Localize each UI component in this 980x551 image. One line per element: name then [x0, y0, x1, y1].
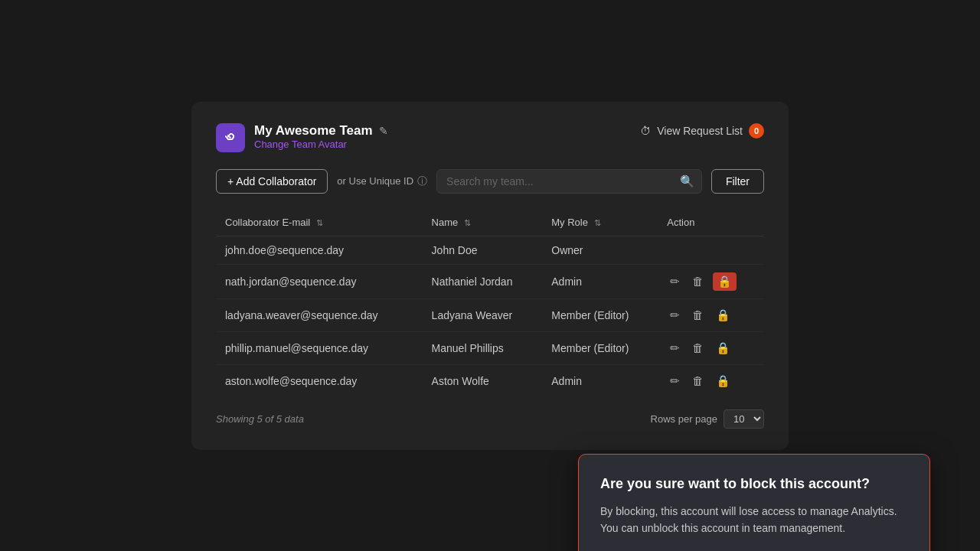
table-row: ladyana.weaver@sequence.dayLadyana Weave…	[216, 298, 764, 331]
table-row: nath.jordan@sequence.dayNathaniel Jordan…	[216, 264, 764, 298]
or-unique-text: or Use Unique ID	[337, 175, 413, 187]
team-name: My Awesome Team	[254, 123, 373, 139]
header-row: ꩜ My Awesome Team ✎ Change Team Avatar ⏱…	[216, 123, 764, 152]
cell-email: aston.wolfe@sequence.day	[216, 364, 423, 397]
team-name-block: My Awesome Team ✎ Change Team Avatar	[254, 123, 388, 150]
action-icons: ✏🗑🔒	[667, 307, 755, 324]
action-icons: ✏🗑🔒	[667, 373, 755, 390]
delete-button[interactable]: 🗑	[689, 373, 707, 389]
cell-name: Manuel Phillips	[423, 331, 543, 364]
cell-action: ✏🗑🔒	[658, 298, 764, 331]
edit-button[interactable]: ✏	[667, 307, 683, 324]
col-action-label: Action	[667, 217, 694, 228]
edit-button[interactable]: ✏	[667, 273, 683, 290]
col-role: My Role ⇅	[542, 209, 658, 236]
filter-button[interactable]: Filter	[711, 169, 764, 194]
collaborators-table: Collaborator E-mail ⇅ Name ⇅ My Role ⇅ A…	[216, 209, 764, 397]
cell-name: Ladyana Weaver	[423, 298, 543, 331]
info-icon: ⓘ	[417, 174, 427, 188]
modal-body: By blocking, this account will lose acce…	[600, 503, 908, 537]
delete-button[interactable]: 🗑	[689, 273, 707, 289]
cell-email: ladyana.weaver@sequence.day	[216, 298, 423, 331]
delete-button[interactable]: 🗑	[689, 340, 707, 356]
showing-text: Showing 5 of 5 data	[216, 413, 304, 425]
action-icons: ✏🗑🔒	[667, 340, 755, 357]
col-email-label: Collaborator E-mail	[225, 217, 310, 228]
search-button[interactable]: 🔍	[680, 174, 694, 188]
cell-email: nath.jordan@sequence.day	[216, 264, 423, 298]
lock-button[interactable]: 🔒	[713, 272, 737, 291]
edit-button[interactable]: ✏	[667, 340, 683, 357]
lock-button[interactable]: 🔒	[713, 307, 733, 324]
cell-action: ✏🗑🔒	[658, 264, 764, 298]
cell-action: ✏🗑🔒	[658, 364, 764, 397]
request-count-badge: 0	[749, 123, 764, 139]
lock-button[interactable]: 🔒	[713, 373, 733, 390]
action-icons: ✏🗑🔒	[667, 272, 755, 291]
avatar-icon: ꩜	[224, 129, 237, 145]
toolbar-row: + Add Collaborator or Use Unique ID ⓘ 🔍 …	[216, 169, 764, 194]
view-request-button[interactable]: ⏱ View Request List 0	[640, 123, 764, 139]
or-unique-id-label: or Use Unique ID ⓘ	[337, 174, 427, 188]
delete-button[interactable]: 🗑	[689, 307, 707, 323]
sort-role-icon[interactable]: ⇅	[594, 218, 601, 227]
team-info: ꩜ My Awesome Team ✎ Change Team Avatar	[216, 123, 388, 152]
table-body: john.doe@sequence.dayJohn DoeOwnernath.j…	[216, 236, 764, 397]
col-name: Name ⇅	[423, 209, 543, 236]
cell-role: Admin	[542, 264, 658, 298]
team-name-row: My Awesome Team ✎	[254, 123, 388, 139]
clock-icon: ⏱	[640, 125, 651, 137]
block-confirmation-modal: Are you sure want to block this account?…	[578, 454, 930, 551]
cell-name: Nathaniel Jordan	[423, 264, 543, 298]
pagination-row: Rows per page 10 25 50	[651, 409, 764, 429]
cell-email: john.doe@sequence.day	[216, 236, 423, 264]
change-avatar-link[interactable]: Change Team Avatar	[254, 139, 388, 150]
cell-role: Member (Editor)	[542, 298, 658, 331]
cell-action	[658, 236, 764, 264]
col-role-label: My Role	[551, 217, 588, 228]
modal-title: Are you sure want to block this account?	[600, 476, 908, 492]
main-container: ꩜ My Awesome Team ✎ Change Team Avatar ⏱…	[191, 102, 789, 450]
col-name-label: Name	[432, 217, 459, 228]
view-request-label: View Request List	[657, 125, 743, 137]
cell-name: John Doe	[423, 236, 543, 264]
add-collaborator-button[interactable]: + Add Collaborator	[216, 169, 328, 194]
table-row: phillip.manuel@sequence.dayManuel Philli…	[216, 331, 764, 364]
rows-per-page-select[interactable]: 10 25 50	[724, 409, 764, 429]
col-action: Action	[658, 209, 764, 236]
cell-name: Aston Wolfe	[423, 364, 543, 397]
lock-button[interactable]: 🔒	[713, 340, 733, 357]
cell-email: phillip.manuel@sequence.day	[216, 331, 423, 364]
search-input[interactable]	[436, 169, 702, 194]
team-avatar: ꩜	[216, 123, 245, 152]
table-row: john.doe@sequence.dayJohn DoeOwner	[216, 236, 764, 264]
search-box: 🔍	[436, 169, 702, 194]
footer-row: Showing 5 of 5 data Rows per page 10 25 …	[216, 409, 764, 429]
edit-team-icon[interactable]: ✎	[379, 125, 388, 137]
table-row: aston.wolfe@sequence.dayAston WolfeAdmin…	[216, 364, 764, 397]
col-email: Collaborator E-mail ⇅	[216, 209, 423, 236]
cell-role: Member (Editor)	[542, 331, 658, 364]
sort-name-icon[interactable]: ⇅	[464, 218, 471, 227]
table-wrapper: Collaborator E-mail ⇅ Name ⇅ My Role ⇅ A…	[216, 209, 764, 397]
cell-role: Admin	[542, 364, 658, 397]
edit-button[interactable]: ✏	[667, 373, 683, 390]
cell-action: ✏🗑🔒	[658, 331, 764, 364]
rows-per-page-label: Rows per page	[651, 413, 717, 425]
sort-email-icon[interactable]: ⇅	[316, 218, 323, 227]
cell-role: Owner	[542, 236, 658, 264]
table-header-row: Collaborator E-mail ⇅ Name ⇅ My Role ⇅ A…	[216, 209, 764, 236]
